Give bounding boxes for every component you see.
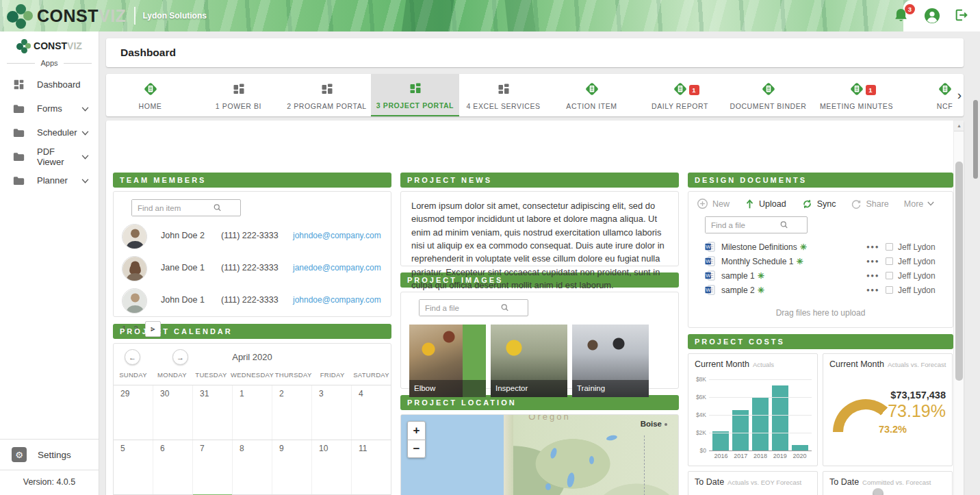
new-button[interactable]: New [697,198,730,210]
tab-document-binder[interactable]: DOCUMENT BINDER [724,74,812,116]
share-button[interactable]: Share [851,199,888,210]
document-row[interactable]: W sample 1 ✳ ●●● Jeff Lydon [695,268,946,283]
calendar-cell[interactable]: 9 [272,440,311,494]
page-title: Dashboard [120,47,176,59]
calendar-cell[interactable]: 8 [232,440,272,494]
search-input[interactable] [132,200,213,216]
settings-button[interactable]: ⚙ Settings [0,440,99,470]
document-name: sample 2 [721,285,755,295]
chevron-down-icon [81,103,89,114]
sidebar-item-planner[interactable]: Planner [0,168,99,192]
document-row[interactable]: W Monthly Schedule 1 ✳ ●●● Jeff Lydon [695,254,946,268]
dropzone-hint[interactable]: Drag files here to upload [695,308,946,318]
document-checkbox[interactable] [886,286,893,294]
member-email-link[interactable]: janedoe@company.com [293,256,381,272]
document-more-menu[interactable]: ●●● [866,258,883,264]
image-tile-inspector[interactable]: Inspector [491,325,567,397]
document-row[interactable]: W sample 2 ✳ ●●● Jeff Lydon [695,283,946,297]
calendar-cell[interactable]: 30 [153,385,192,440]
tab-badge: 1 [866,85,876,95]
map-zoom-in-button[interactable]: + [407,421,426,440]
calendar-day-headers: SUNDAY MONDAY TUESDAY WEDNESDAY THURSDAY… [114,371,391,385]
scroll-up-arrow[interactable]: ▲ [954,120,964,131]
tab-meeting-minutes[interactable]: 1 MEETING MINUTES [812,74,901,116]
diamond-doc-icon: 1 [849,81,865,97]
more-button[interactable]: More [904,199,934,209]
image-tile-training[interactable]: Training [572,325,649,397]
day-header: FRIDAY [313,371,352,385]
team-members-search[interactable] [131,199,241,216]
map-zoom-out-button[interactable]: − [407,440,426,458]
sync-label: Sync [817,199,836,209]
tab-home[interactable]: HOME [106,74,194,116]
calendar-cell[interactable]: 5 [114,440,153,494]
search-input[interactable] [420,300,500,316]
x-axis-tick: 2016 [711,453,731,459]
calendar-cell[interactable]: 1 [232,385,272,440]
cost-card-title: To Date [829,477,859,487]
folder-icon [12,104,25,114]
calendar-cell[interactable]: 31 [192,385,232,440]
upload-button[interactable]: Upload [745,199,786,210]
project-news-body: Lorem ipsum dolor sit amet, consectetur … [400,191,679,266]
notification-badge: 3 [905,4,915,14]
project-location-map[interactable]: Oregon Boise + − [400,414,679,495]
content-scrollbar[interactable]: ▲ [953,120,964,495]
avatar [122,224,147,249]
account-button[interactable] [924,8,940,24]
upload-icon [745,199,755,210]
documents-search[interactable] [705,216,808,233]
calendar-cell[interactable]: 6 [153,440,192,494]
document-checkbox[interactable] [886,272,893,279]
tab-power-bi[interactable]: 1 POWER BI [194,74,283,116]
calendar-cell[interactable]: 3 [311,385,351,440]
diamond-doc-icon [584,81,600,97]
logout-button[interactable] [954,8,970,24]
member-email-link[interactable]: johndoe@company.com [293,224,381,240]
document-checkbox[interactable] [886,243,893,251]
calendar-cell[interactable]: 4 [351,385,391,440]
notifications-button[interactable]: 3 [894,8,910,24]
tab-daily-report[interactable]: 1 DAILY REPORT [636,74,724,116]
tab-project-portal-active[interactable]: 3 PROJECT PORTAL [371,74,459,116]
chevron-down-icon [81,175,89,186]
settings-label: Settings [38,450,71,460]
clover-logo-icon [7,3,33,29]
tab-program-portal[interactable]: 2 PROGRAM PORTAL [283,74,371,116]
project-calendar-panel: ← → April 2020 SUNDAY MONDAY TUESDAY WED… [113,343,391,495]
calendar-cell[interactable]: 2 [272,385,311,440]
document-row[interactable]: W Milestone Definitions ✳ ●●● Jeff Lydon [695,240,946,254]
sidebar-item-scheduler[interactable]: Scheduler [0,120,99,144]
word-doc-icon: W [705,285,715,295]
member-email-link[interactable]: johndoe@company.com [293,288,381,305]
calendar-cell[interactable]: 11 [351,440,391,494]
tab-ncf[interactable]: NCF [901,74,964,116]
gridline: $2K [709,433,812,433]
calendar-month-label: April 2020 [114,352,391,362]
tab-scroll-right-chevron[interactable]: › [957,88,962,102]
bar-2019 [772,385,788,451]
sidebar-item-dashboard[interactable]: Dashboard [0,73,99,97]
folder-icon [12,152,25,162]
sidebar-item-forms[interactable]: Forms [0,97,99,120]
page-scrollbar-thumb[interactable] [973,100,978,179]
tab-excel-services[interactable]: 4 EXCEL SERVICES [459,74,547,116]
sidebar-item-pdf-viewer[interactable]: PDF Viewer [0,144,99,168]
sync-button[interactable]: Sync [801,199,836,210]
document-more-menu[interactable]: ●●● [866,272,883,279]
images-search[interactable] [419,299,528,316]
svg-text:W: W [706,244,711,250]
document-checkbox[interactable] [886,257,893,265]
search-input[interactable] [706,217,786,233]
calendar-cell[interactable]: 7 [192,440,232,494]
scrollbar-thumb[interactable] [955,162,963,381]
calendar-cell[interactable]: 10 [311,440,351,494]
thermometer-indicator [873,488,884,495]
document-more-menu[interactable]: ●●● [866,287,883,293]
calendar-cell[interactable]: 29 [114,385,153,440]
image-tile-elbow[interactable]: Elbow [409,325,486,397]
team-member-row: Jane Doe 1 (111) 222-3333 janedoe@compan… [122,256,383,281]
document-more-menu[interactable]: ●●● [866,244,883,250]
bar-2016 [712,431,729,451]
tab-action-item[interactable]: ACTION ITEM [547,74,636,116]
